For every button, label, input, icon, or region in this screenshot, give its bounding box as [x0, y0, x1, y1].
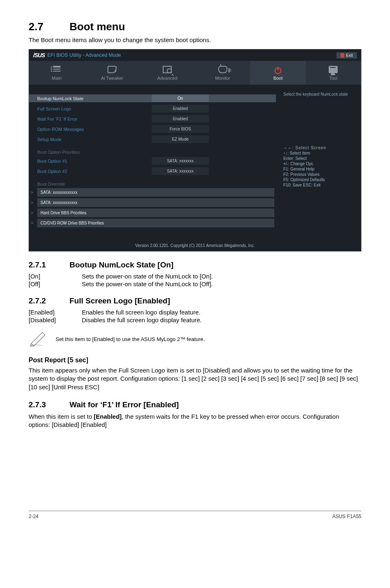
list-icon: [52, 66, 61, 73]
tab-main[interactable]: Main: [29, 61, 84, 85]
section-title: Boot menu: [69, 20, 125, 33]
key-f10: F10: Save ESC: Exit: [283, 183, 355, 187]
subsection-273: 2.7.3Wait for ‘F1’ If Error [Enabled]: [29, 400, 361, 409]
row-numlock[interactable]: Bootup NumLock State On: [29, 94, 276, 102]
tab-main-label: Main: [52, 76, 62, 81]
row-bo2-value[interactable]: SATA: xxxxxxx: [152, 167, 209, 175]
post-report-body: This item appears only when the Full Scr…: [29, 366, 361, 391]
help-text: Select the keyboard NumLock state: [283, 92, 355, 97]
row-numlock-value[interactable]: On: [152, 94, 209, 102]
row-boot-option-2[interactable]: Boot Option #2 SATA: xxxxxxx: [37, 167, 274, 175]
row-numlock-label: Bootup NumLock State: [37, 96, 152, 101]
kv-on: [On]Sets the power-on state of the NumLo…: [29, 273, 361, 280]
subsection-271-title: Bootup NumLock State [On]: [69, 260, 173, 269]
tab-boot-label: Boot: [273, 76, 283, 81]
exit-button[interactable]: Exit: [336, 52, 357, 58]
note-text: Set this item to [Enabled] to use the AS…: [56, 336, 205, 342]
kv-off: [Off]Sets the power-on state of the NumL…: [29, 281, 361, 287]
kv-enabled: [Enabled]Enables the full screen logo di…: [29, 309, 361, 316]
toolbox-icon: [329, 66, 338, 73]
override-sata-2[interactable]: >SATA: xxxxxxxxxxxx: [37, 198, 274, 207]
subsection-272-no: 2.7.2: [29, 296, 69, 305]
tab-monitor[interactable]: Monitor: [195, 61, 250, 85]
row-setup-value[interactable]: EZ Mode: [152, 135, 209, 143]
row-setup[interactable]: Setup Mode EZ Mode: [37, 135, 274, 143]
key-change: +/-: Change Opt.: [283, 162, 355, 166]
override-cddvd-bbs[interactable]: >CD/DVD ROM Drive BBS Priorities: [37, 219, 274, 227]
section-number: 2.7: [29, 20, 69, 33]
note-box: Set this item to [Enabled] to use the AS…: [29, 330, 361, 348]
tab-boot[interactable]: Boot: [250, 61, 305, 85]
page-footer: 2-24 ASUS F1A55: [29, 511, 361, 519]
row-logo-value[interactable]: Enabled: [152, 105, 209, 112]
exit-icon: [341, 53, 344, 58]
bios-left-pane: Bootup NumLock State On Full Screen Logo…: [29, 85, 279, 240]
mouse-icon: [108, 66, 117, 73]
footer-right: ASUS F1A55: [332, 514, 361, 519]
tab-tool[interactable]: Tool: [306, 61, 361, 85]
post-report-title: Post Report [5 sec]: [29, 357, 361, 364]
key-f5: F5: Optimized Defaults: [283, 177, 355, 182]
row-boot-option-1[interactable]: Boot Option #1 SATA: xxxxxxx: [37, 157, 274, 165]
bios-help-pane: Select the keyboard NumLock state →←: Se…: [279, 85, 361, 240]
row-logo-label: Full Screen Logo: [37, 106, 152, 111]
row-logo[interactable]: Full Screen Logo Enabled: [37, 105, 274, 112]
kv-disabled: [Disabled]Disables the full screen logo …: [29, 316, 361, 323]
row-wait[interactable]: Wait For ‘F1’ If Error Enabled: [37, 115, 274, 123]
subsection-273-body: When this item is set to [Enabled], the …: [29, 413, 361, 429]
intro-text: The Boot menu items allow you to change …: [29, 36, 361, 43]
subsection-272-title: Full Screen Logo [Enabled]: [69, 296, 170, 305]
key-enter: Enter: Select: [283, 156, 355, 161]
subsection-271: 2.7.1Bootup NumLock State [On]: [29, 260, 361, 269]
key-legend: →←: Select Screen ↑↓: Select Item Enter:…: [283, 146, 355, 187]
subsection-273-title: Wait for ‘F1’ If Error [Enabled]: [69, 400, 179, 409]
boot-priorities-header: Boot Option Priorities: [37, 150, 274, 155]
pencil-note-icon: [29, 330, 48, 348]
subsection-271-no: 2.7.1: [29, 260, 69, 269]
chevron-right-icon: >: [31, 200, 33, 205]
chevron-right-icon: >: [31, 190, 33, 195]
key-f1: F1: General Help: [283, 167, 355, 171]
bios-window: /SUS EFI BIOS Utility - Advanced Mode Ex…: [29, 49, 361, 251]
subsection-273-no: 2.7.3: [29, 400, 69, 409]
chevron-right-icon: >: [31, 210, 33, 215]
bios-body: Bootup NumLock State On Full Screen Logo…: [29, 85, 361, 240]
tab-tool-label: Tool: [329, 76, 337, 81]
bios-titlebar: /SUS EFI BIOS Utility - Advanced Mode Ex…: [29, 49, 361, 61]
tab-tweaker-label: Ai Tweaker: [101, 76, 123, 81]
tab-advanced[interactable]: Advanced: [140, 61, 195, 85]
override-sata-1[interactable]: >SATA: xxxxxxxxxxxx: [37, 188, 274, 197]
power-icon: [273, 66, 282, 73]
row-bo1-label: Boot Option #1: [37, 159, 152, 164]
chip-icon: [163, 66, 172, 73]
row-oprom[interactable]: Option ROM Messages Force BIOS: [37, 125, 274, 133]
brand-logo: /SUS: [33, 52, 45, 58]
exit-label: Exit: [346, 53, 353, 58]
boot-override-header: Boot Override: [37, 182, 274, 186]
tab-advanced-label: Advanced: [157, 76, 177, 81]
override-hdd-bbs[interactable]: >Hard Drive BBS Priorities: [37, 209, 274, 217]
key-select-item: ↑↓: Select Item: [283, 151, 355, 155]
bios-tabs: Main Ai Tweaker Advanced Monitor Boot To…: [29, 61, 361, 85]
tab-monitor-label: Monitor: [215, 76, 230, 81]
tab-tweaker[interactable]: Ai Tweaker: [84, 61, 139, 85]
key-f2: F2: Previous Values: [283, 172, 355, 177]
row-oprom-value[interactable]: Force BIOS: [152, 125, 209, 133]
row-wait-value[interactable]: Enabled: [152, 115, 209, 123]
bios-title: EFI BIOS Utility - Advanced Mode: [47, 52, 121, 58]
row-bo1-value[interactable]: SATA: xxxxxxx: [152, 157, 209, 165]
subsection-272: 2.7.2Full Screen Logo [Enabled]: [29, 296, 361, 305]
footer-left: 2-24: [29, 514, 38, 519]
key-select-screen: →←: Select Screen: [283, 146, 355, 150]
bios-footer: Version 2.00.1201. Copyright (C) 2011 Am…: [29, 240, 361, 251]
section-heading: 2.7Boot menu: [29, 20, 361, 33]
row-oprom-label: Option ROM Messages: [37, 127, 152, 132]
row-wait-label: Wait For ‘F1’ If Error: [37, 117, 152, 121]
thermometer-icon: [218, 66, 227, 73]
row-bo2-label: Boot Option #2: [37, 169, 152, 174]
row-setup-label: Setup Mode: [37, 137, 152, 142]
chevron-right-icon: >: [31, 220, 33, 225]
